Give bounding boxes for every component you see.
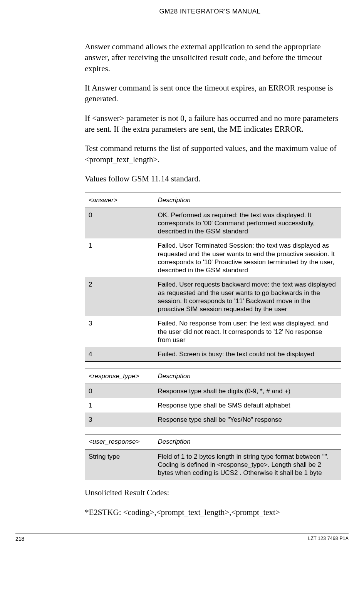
cell-desc: Failed. User Terminated Session: the tex… [154, 238, 341, 277]
cell-key: 0 [85, 384, 154, 398]
table-row: 4 Failed. Screen is busy: the text could… [85, 347, 341, 362]
cell-desc: Failed. No response from user: the text … [154, 316, 341, 347]
cell-key: 2 [85, 277, 154, 316]
paragraph: Test command returns the list of support… [85, 143, 341, 165]
table-row: 2 Failed. User requests backward move: t… [85, 277, 341, 316]
cell-key: String type [85, 449, 154, 480]
table-row: 1 Failed. User Terminated Session: the t… [85, 238, 341, 277]
table-answer: <answer> Description 0 OK. Performed as … [85, 193, 341, 362]
table-row: 3 Response type shall be "Yes/No" respon… [85, 413, 341, 427]
table-header-row: <response_type> Description [85, 369, 341, 384]
cell-desc: Failed. User requests backward move: the… [154, 277, 341, 316]
cell-desc: Failed. Screen is busy: the text could n… [154, 347, 341, 362]
table-row: 1 Response type shall be SMS default alp… [85, 398, 341, 413]
table-header-desc: Description [154, 434, 341, 449]
table-header-key: <user_response> [85, 434, 154, 449]
doc-number: LZT 123 7468 P1A [308, 536, 349, 542]
header-rule [15, 18, 349, 18]
table-row: 3 Failed. No response from user: the tex… [85, 316, 341, 347]
cell-desc: Response type shall be digits (0-9, *, #… [154, 384, 341, 398]
paragraph: Answer command allows the external appli… [85, 41, 341, 74]
cell-key: 3 [85, 316, 154, 347]
cell-desc: Response type shall be "Yes/No" response [154, 413, 341, 427]
paragraph: Values follow GSM 11.14 standard. [85, 173, 341, 184]
paragraph: If Answer command is sent once the timeo… [85, 82, 341, 104]
table-header-desc: Description [154, 369, 341, 384]
cell-key: 1 [85, 398, 154, 413]
paragraph: *E2STKG: <coding>,<prompt_text_length>,<… [85, 507, 341, 518]
table-row: 0 Response type shall be digits (0-9, *,… [85, 384, 341, 398]
table-header-desc: Description [154, 193, 341, 208]
paragraph: If <answer> parameter is not 0, a failur… [85, 113, 341, 135]
table-row: String type Field of 1 to 2 bytes length… [85, 449, 341, 480]
table-header-key: <answer> [85, 193, 154, 208]
cell-key: 0 [85, 208, 154, 238]
table-header-key: <response_type> [85, 369, 154, 384]
table-response-type: <response_type> Description 0 Response t… [85, 369, 341, 427]
cell-desc: Response type shall be SMS default alpha… [154, 398, 341, 413]
paragraph: Unsolicited Result Codes: [85, 487, 341, 498]
table-header-row: <answer> Description [85, 193, 341, 208]
cell-key: 1 [85, 238, 154, 277]
page-header-title: GM28 INTEGRATOR'S MANUAL [71, 8, 349, 15]
page-footer: 218 LZT 123 7468 P1A [15, 533, 349, 542]
table-header-row: <user_response> Description [85, 434, 341, 449]
table-row: 0 OK. Performed as required: the text wa… [85, 208, 341, 238]
page-number: 218 [15, 536, 24, 542]
content-area: Answer command allows the external appli… [85, 41, 341, 518]
cell-key: 3 [85, 413, 154, 427]
cell-desc: OK. Performed as required: the text was … [154, 208, 341, 238]
cell-key: 4 [85, 347, 154, 362]
page: GM28 INTEGRATOR'S MANUAL Answer command … [0, 0, 364, 550]
cell-desc: Field of 1 to 2 bytes length in string t… [154, 449, 341, 480]
table-user-response: <user_response> Description String type … [85, 434, 341, 480]
